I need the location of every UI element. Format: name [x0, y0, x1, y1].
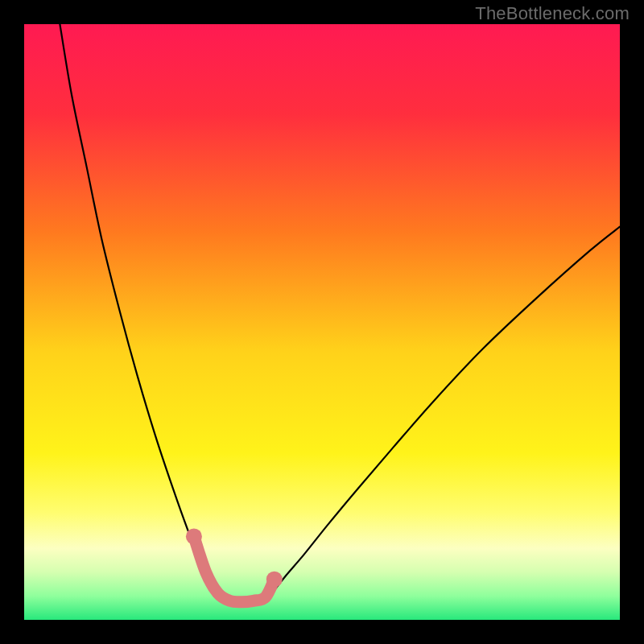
point-highlight-dot-right [266, 572, 283, 588]
point-highlight-dot-left [186, 528, 202, 544]
svg-rect-0 [24, 24, 620, 620]
chart-svg [24, 24, 620, 620]
plot-area [24, 24, 620, 620]
watermark-text: TheBottleneck.com [475, 3, 630, 24]
chart-frame: TheBottleneck.com [0, 0, 644, 644]
